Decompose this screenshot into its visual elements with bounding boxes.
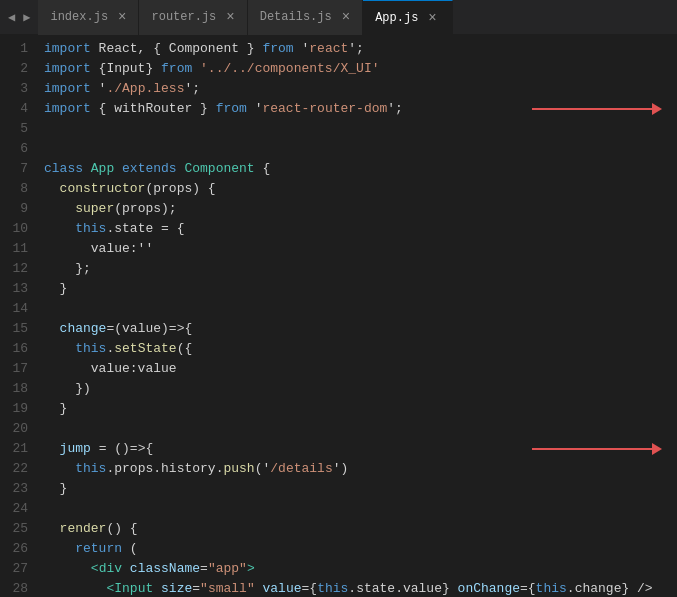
code-line: constructor(props) { xyxy=(44,179,677,199)
tab-details-js[interactable]: Details.js × xyxy=(248,0,363,35)
code-line xyxy=(44,139,677,159)
tab-label: Details.js xyxy=(260,10,332,24)
code-line: } xyxy=(44,279,677,299)
code-line xyxy=(44,419,677,439)
code-line: import './App.less'; xyxy=(44,79,677,99)
code-line: }) xyxy=(44,379,677,399)
code-line: value:'' xyxy=(44,239,677,259)
code-line xyxy=(44,299,677,319)
nav-arrows[interactable]: ◀ ▶ xyxy=(0,8,38,27)
close-icon[interactable]: × xyxy=(226,9,234,25)
nav-forward-icon[interactable]: ▶ xyxy=(21,8,32,27)
code-line xyxy=(44,119,677,139)
code-line: this.setState({ xyxy=(44,339,677,359)
code-line: jump = ()=>{ xyxy=(44,439,677,459)
tab-label: index.js xyxy=(50,10,108,24)
nav-back-icon[interactable]: ◀ xyxy=(6,8,17,27)
editor-container: ◀ ▶ index.js × router.js × Details.js × … xyxy=(0,0,677,597)
tab-app-js[interactable]: App.js × xyxy=(363,0,453,35)
code-area[interactable]: import React, { Component } from 'react'… xyxy=(36,35,677,597)
close-icon[interactable]: × xyxy=(428,10,436,26)
code-line: this.state = { xyxy=(44,219,677,239)
red-arrow-indicator xyxy=(532,103,662,115)
code-line: } xyxy=(44,479,677,499)
code-line: this.props.history.push('/details') xyxy=(44,459,677,479)
tab-index-js[interactable]: index.js × xyxy=(38,0,139,35)
close-icon[interactable]: × xyxy=(342,9,350,25)
close-icon[interactable]: × xyxy=(118,9,126,25)
code-line: change=(value)=>{ xyxy=(44,319,677,339)
code-line: }; xyxy=(44,259,677,279)
code-line: render() { xyxy=(44,519,677,539)
line-numbers: 1234567891011121314151617181920212223242… xyxy=(0,35,36,597)
code-line: import {Input} from '../../components/X_… xyxy=(44,59,677,79)
code-line: <div className="app"> xyxy=(44,559,677,579)
tab-router-js[interactable]: router.js × xyxy=(139,0,247,35)
tab-bar: ◀ ▶ index.js × router.js × Details.js × … xyxy=(0,0,677,35)
code-editor[interactable]: 1234567891011121314151617181920212223242… xyxy=(0,35,677,597)
tab-label: router.js xyxy=(151,10,216,24)
code-line: import React, { Component } from 'react'… xyxy=(44,39,677,59)
code-line: class App extends Component { xyxy=(44,159,677,179)
code-line xyxy=(44,499,677,519)
code-line: <Input size="small" value={this.state.va… xyxy=(44,579,677,597)
code-line: import { withRouter } from 'react-router… xyxy=(44,99,677,119)
red-arrow-indicator xyxy=(532,443,662,455)
code-line: super(props); xyxy=(44,199,677,219)
code-line: value:value xyxy=(44,359,677,379)
code-line: return ( xyxy=(44,539,677,559)
tab-label: App.js xyxy=(375,11,418,25)
code-line: } xyxy=(44,399,677,419)
